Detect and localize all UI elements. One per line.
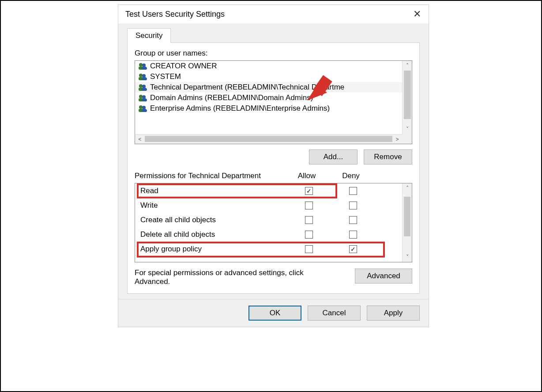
svg-rect-3 bbox=[142, 67, 147, 70]
permission-name: Create all child objects bbox=[140, 216, 287, 224]
scrollbar-track[interactable] bbox=[145, 134, 402, 144]
permission-name: Read bbox=[140, 187, 287, 195]
svg-point-17 bbox=[142, 106, 146, 109]
permissions-listbox: Read Write Create all child objects bbox=[135, 183, 412, 262]
svg-point-4 bbox=[139, 74, 143, 77]
close-button[interactable]: ✕ bbox=[411, 8, 423, 20]
list-item-label: Domain Admins (REBELADMIN\Domain Admins) bbox=[150, 93, 313, 102]
scrollbar-thumb[interactable] bbox=[404, 197, 410, 236]
groups-label: Group or user names: bbox=[135, 49, 412, 58]
svg-point-13 bbox=[142, 95, 146, 99]
add-remove-row: Add... Remove bbox=[135, 149, 412, 164]
scroll-up-icon[interactable]: ˄ bbox=[403, 61, 412, 71]
permission-name: Write bbox=[140, 201, 287, 210]
vertical-scrollbar[interactable]: ˄ ˅ bbox=[402, 61, 412, 134]
security-settings-dialog: Test Users Security Settings ✕ Security … bbox=[118, 4, 429, 327]
remove-button[interactable]: Remove bbox=[364, 149, 412, 164]
scroll-down-icon[interactable]: ˅ bbox=[403, 124, 412, 134]
permission-row: Create all child objects bbox=[135, 213, 401, 227]
svg-point-8 bbox=[139, 84, 143, 88]
scroll-down-icon[interactable]: ˅ bbox=[403, 252, 412, 262]
vertical-scrollbar[interactable]: ˄ ˅ bbox=[402, 183, 412, 262]
permission-name: Delete all child objects bbox=[140, 230, 287, 239]
scrollbar-thumb[interactable] bbox=[404, 71, 411, 119]
allow-column-header: Allow bbox=[285, 172, 329, 180]
apply-button[interactable]: Apply bbox=[367, 306, 420, 321]
list-item-label: SYSTEM bbox=[150, 72, 181, 81]
deny-column-header: Deny bbox=[329, 172, 373, 180]
advanced-button[interactable]: Advanced bbox=[355, 269, 412, 284]
svg-rect-11 bbox=[142, 88, 147, 91]
list-item[interactable]: Technical Department (REBELADMIN\Technic… bbox=[135, 82, 412, 93]
svg-point-5 bbox=[142, 74, 146, 78]
permissions-rows: Read Write Create all child objects bbox=[135, 183, 412, 256]
deny-checkbox[interactable] bbox=[349, 245, 357, 253]
close-icon: ✕ bbox=[413, 8, 421, 20]
group-icon bbox=[138, 105, 147, 112]
svg-point-16 bbox=[139, 105, 143, 109]
group-icon bbox=[138, 94, 147, 102]
list-item[interactable]: Enterprise Admins (REBELADMIN\Enterprise… bbox=[135, 103, 412, 114]
security-tab-panel: Group or user names: CREATOR OWNER SYSTE… bbox=[127, 42, 420, 294]
scroll-left-icon[interactable]: < bbox=[135, 134, 145, 144]
svg-point-1 bbox=[142, 63, 146, 67]
deny-checkbox[interactable] bbox=[349, 216, 357, 224]
svg-rect-15 bbox=[142, 99, 147, 101]
list-item-label: CREATOR OWNER bbox=[150, 62, 217, 71]
dialog-title: Test Users Security Settings bbox=[125, 10, 225, 19]
scroll-right-icon[interactable]: > bbox=[392, 134, 402, 144]
cancel-button[interactable]: Cancel bbox=[308, 306, 361, 321]
groups-listbox[interactable]: CREATOR OWNER SYSTEM Technical Departmen… bbox=[135, 60, 412, 144]
svg-point-12 bbox=[139, 95, 143, 98]
outer-frame: Test Users Security Settings ✕ Security … bbox=[0, 0, 542, 392]
svg-rect-19 bbox=[142, 109, 147, 112]
permission-row: Apply group policy bbox=[135, 242, 401, 256]
svg-point-0 bbox=[139, 63, 143, 67]
allow-checkbox[interactable] bbox=[305, 231, 313, 239]
advanced-hint-text: For special permissions or advanced sett… bbox=[135, 269, 311, 286]
titlebar: Test Users Security Settings ✕ bbox=[118, 5, 429, 23]
list-item-label: Technical Department (REBELADMIN\Technic… bbox=[150, 83, 344, 92]
permission-row: Read bbox=[135, 183, 401, 198]
permission-name: Apply group policy bbox=[140, 245, 287, 254]
allow-checkbox[interactable] bbox=[305, 216, 313, 224]
add-button[interactable]: Add... bbox=[309, 149, 358, 164]
groups-listbox-viewport: CREATOR OWNER SYSTEM Technical Departmen… bbox=[135, 61, 412, 134]
svg-rect-7 bbox=[142, 78, 147, 80]
permission-row: Write bbox=[135, 198, 401, 213]
list-item-label: Enterprise Admins (REBELADMIN\Enterprise… bbox=[150, 104, 330, 113]
ok-button[interactable]: OK bbox=[248, 306, 301, 321]
group-icon bbox=[138, 73, 147, 81]
list-item[interactable]: CREATOR OWNER bbox=[135, 61, 412, 71]
group-icon bbox=[138, 83, 147, 91]
scrollbar-thumb[interactable] bbox=[145, 136, 402, 142]
deny-checkbox[interactable] bbox=[349, 187, 357, 195]
allow-checkbox[interactable] bbox=[305, 245, 313, 253]
permissions-for-label: Permissions for Technical Department bbox=[135, 172, 285, 180]
tab-security[interactable]: Security bbox=[127, 28, 171, 43]
advanced-row: For special permissions or advanced sett… bbox=[135, 269, 412, 286]
svg-point-9 bbox=[142, 85, 146, 88]
allow-checkbox[interactable] bbox=[305, 187, 313, 195]
allow-checkbox[interactable] bbox=[305, 202, 313, 209]
tabstrip: Security bbox=[118, 23, 429, 42]
scroll-up-icon[interactable]: ˄ bbox=[403, 183, 412, 193]
scrollbar-corner bbox=[402, 134, 412, 144]
deny-checkbox[interactable] bbox=[349, 231, 357, 239]
horizontal-scrollbar[interactable]: < > bbox=[135, 134, 412, 144]
deny-checkbox[interactable] bbox=[349, 202, 357, 209]
list-item[interactable]: Domain Admins (REBELADMIN\Domain Admins) bbox=[135, 93, 412, 103]
list-item[interactable]: SYSTEM bbox=[135, 71, 412, 82]
permission-row: Delete all child objects bbox=[135, 227, 401, 242]
dialog-footer: OK Cancel Apply bbox=[118, 299, 429, 327]
group-icon bbox=[138, 62, 147, 70]
permissions-header: Permissions for Technical Department All… bbox=[135, 172, 412, 180]
